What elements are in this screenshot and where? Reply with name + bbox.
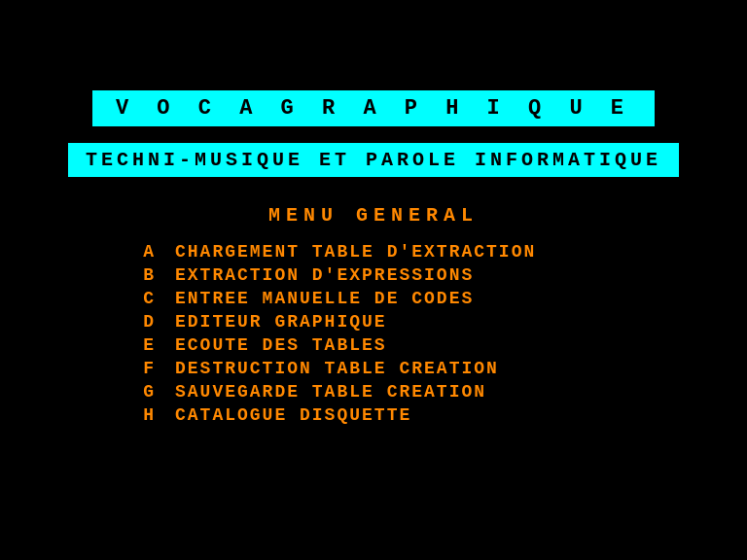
title-box: V O C A G R A P H I Q U E <box>89 88 658 129</box>
menu-item-key: F <box>117 359 175 378</box>
menu-item-label: DESTRUCTION TABLE CREATION <box>175 359 499 378</box>
subtitle-box: TECHNI-MUSIQUE ET PAROLE INFORMATIQUE <box>68 143 679 177</box>
menu-item[interactable]: HCATALOGUE DISQUETTE <box>117 405 536 425</box>
menu-item-key: E <box>117 335 175 355</box>
menu-item-label: ENTREE MANUELLE DE CODES <box>175 289 474 308</box>
screen: V O C A G R A P H I Q U E TECHNI-MUSIQUE… <box>0 0 747 560</box>
menu-item[interactable]: EECOUTE DES TABLES <box>117 335 536 355</box>
menu-item-label: CHARGEMENT TABLE D'EXTRACTION <box>175 242 536 262</box>
menu-item[interactable]: FDESTRUCTION TABLE CREATION <box>117 359 536 378</box>
menu-item[interactable]: ACHARGEMENT TABLE D'EXTRACTION <box>117 242 536 262</box>
menu-item[interactable]: CENTREE MANUELLE DE CODES <box>117 289 536 308</box>
menu-item-label: CATALOGUE DISQUETTE <box>175 405 411 425</box>
subtitle-text: TECHNI-MUSIQUE ET PAROLE INFORMATIQUE <box>86 149 661 171</box>
menu-item-label: ECOUTE DES TABLES <box>175 335 387 355</box>
menu-title: MENU GENERAL <box>268 204 479 227</box>
menu-item-label: EXTRACTION D'EXPRESSIONS <box>175 265 474 285</box>
menu-item-key: A <box>117 242 175 262</box>
menu-item-key: H <box>117 405 175 425</box>
menu-item-key: D <box>117 312 175 332</box>
title-text: V O C A G R A P H I Q U E <box>116 96 631 121</box>
menu-item[interactable]: BEXTRACTION D'EXPRESSIONS <box>117 265 536 285</box>
menu-item-key: G <box>117 382 175 402</box>
menu-item[interactable]: GSAUVEGARDE TABLE CREATION <box>117 382 536 402</box>
menu-item-key: C <box>117 289 175 308</box>
menu-item-label: SAUVEGARDE TABLE CREATION <box>175 382 486 402</box>
menu-item-key: B <box>117 265 175 285</box>
menu-item[interactable]: DEDITEUR GRAPHIQUE <box>117 312 536 332</box>
menu-item-label: EDITEUR GRAPHIQUE <box>175 312 387 332</box>
menu-items: ACHARGEMENT TABLE D'EXTRACTIONBEXTRACTIO… <box>117 242 536 425</box>
